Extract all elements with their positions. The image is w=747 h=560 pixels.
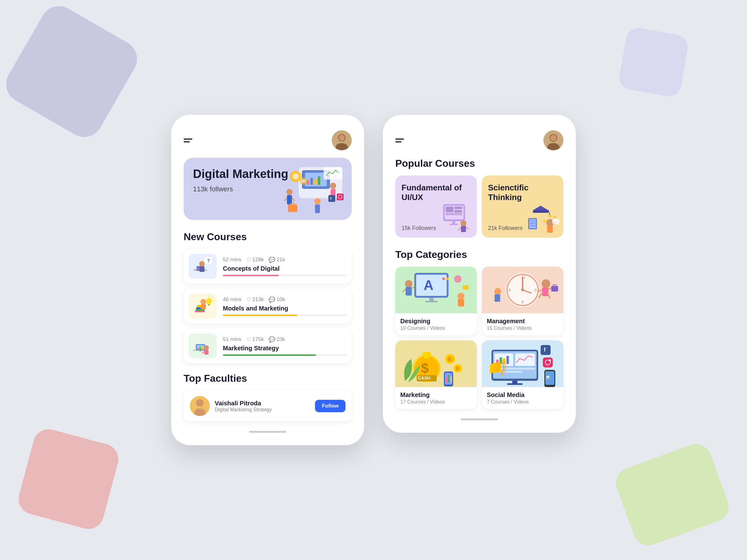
category-name-marketing: Marketing xyxy=(400,391,472,399)
svg-rect-10 xyxy=(318,177,320,185)
category-info-marketing: Marketing 17 Courses / Videos xyxy=(395,387,477,409)
duration-2: 46 mins xyxy=(223,296,241,303)
menu-icon-2[interactable] xyxy=(395,138,404,142)
category-card-marketing[interactable]: $ CASH $ xyxy=(395,340,477,409)
svg-rect-24 xyxy=(328,195,335,202)
svg-text:f: f xyxy=(544,347,546,353)
comments-1: 💬 21k xyxy=(268,257,285,263)
svg-rect-53 xyxy=(197,348,199,349)
phone-2: Popular Courses Fundamental of UI/UX xyxy=(383,115,576,433)
category-info-designing: Designing 10 Courses / Videos xyxy=(395,313,477,336)
course-name-2: Models and Marketing xyxy=(223,305,347,312)
svg-rect-100 xyxy=(429,298,434,301)
svg-point-19 xyxy=(330,183,336,189)
comments-3: 💬 23k xyxy=(268,336,285,343)
svg-rect-77 xyxy=(453,221,455,224)
duration-1: 52 mins xyxy=(223,257,241,263)
course-card-2[interactable]: 46 mins ♡ 213k 💬 10k Models and Marketin… xyxy=(184,289,352,324)
popular-card-1[interactable]: Fundamental of UI/UX xyxy=(395,176,477,238)
category-info-management: Management 15 Courses / Videos xyxy=(482,313,563,336)
svg-rect-55 xyxy=(202,347,203,349)
avatar-2[interactable] xyxy=(543,130,563,150)
faculty-info: Vaishali Pitroda Digital Marketing Strat… xyxy=(215,400,310,412)
category-card-social-media[interactable]: f 📊 xyxy=(482,340,563,409)
svg-point-14 xyxy=(302,179,305,183)
svg-text:$: $ xyxy=(421,361,429,376)
likes-2: ♡ 213k xyxy=(247,296,264,303)
svg-rect-9 xyxy=(314,179,316,185)
phone-indicator-2 xyxy=(461,419,498,420)
category-img-social-media: f 📊 xyxy=(482,340,563,387)
menu-icon[interactable] xyxy=(184,138,192,142)
svg-rect-164 xyxy=(543,357,553,367)
popular-courses-section: Popular Courses Fundamental of UI/UX xyxy=(395,158,563,238)
svg-text:?: ? xyxy=(207,258,210,264)
category-count-designing: 10 Courses / Videos xyxy=(400,325,472,331)
svg-rect-109 xyxy=(458,299,464,306)
hero-illustration: f xyxy=(280,161,349,217)
phone2-header xyxy=(395,130,563,150)
popular-card-title-1: Fundamental of UI/UX xyxy=(402,183,471,202)
svg-rect-8 xyxy=(310,178,313,185)
svg-line-75 xyxy=(458,228,461,231)
svg-text:$: $ xyxy=(448,357,451,362)
course-card-3[interactable]: 51 mins ♡ 175k 💬 23k Marketing Strategy xyxy=(184,328,352,364)
category-img-designing: A xyxy=(395,267,477,313)
avatar[interactable] xyxy=(332,130,352,150)
svg-point-120 xyxy=(542,279,550,288)
category-card-management[interactable]: 12 3 6 9 xyxy=(482,267,563,336)
category-info-social-media: Social Media 7 Courses / Videos xyxy=(482,387,563,409)
svg-point-44 xyxy=(206,298,212,304)
course-info-1: 52 mins ♡ 128k 💬 21k Concepts of Digital xyxy=(223,257,347,276)
svg-rect-99 xyxy=(446,277,448,280)
popular-card-2[interactable]: Scienctific Thinking xyxy=(482,176,563,238)
category-card-designing[interactable]: A xyxy=(395,267,477,336)
popular-card-title-2: Scienctific Thinking xyxy=(488,183,557,202)
svg-line-18 xyxy=(292,197,294,201)
svg-point-3 xyxy=(339,135,345,141)
progress-bar-3 xyxy=(223,354,347,356)
course-thumb-3 xyxy=(189,334,216,358)
svg-rect-101 xyxy=(425,301,438,302)
svg-rect-45 xyxy=(208,304,210,305)
svg-marker-80 xyxy=(533,206,548,210)
popular-grid: Fundamental of UI/UX xyxy=(395,176,563,238)
likes-1: ♡ 128k xyxy=(247,257,264,263)
svg-rect-162 xyxy=(541,345,550,355)
svg-point-22 xyxy=(314,198,320,205)
top-faculties-section: Top Faculties Vaishali Pitroda Digital M… xyxy=(184,373,352,422)
bg-decoration-4 xyxy=(618,26,690,98)
svg-point-66 xyxy=(550,135,557,141)
likes-3: ♡ 175k xyxy=(247,336,264,343)
svg-rect-59 xyxy=(200,350,201,351)
svg-text:$: $ xyxy=(456,367,459,371)
svg-rect-43 xyxy=(201,304,206,309)
faculty-title-text: Digital Marketing Strategy xyxy=(215,407,310,412)
svg-rect-79 xyxy=(533,210,548,213)
svg-point-166 xyxy=(549,359,551,361)
categories-grid: A xyxy=(395,267,563,409)
course-card-1[interactable]: ? 52 mins ♡ 128k 💬 21k Concepts of Digit… xyxy=(184,249,352,284)
svg-rect-103 xyxy=(406,287,412,296)
phones-container: Digital Marketing 113k follwers xyxy=(171,115,576,445)
svg-text:...: ... xyxy=(553,220,556,223)
category-count-marketing: 17 Courses / Videos xyxy=(400,399,472,405)
phone-1: Digital Marketing 113k follwers xyxy=(171,115,364,445)
svg-rect-156 xyxy=(507,356,509,364)
svg-point-128 xyxy=(494,288,501,295)
svg-rect-129 xyxy=(495,294,500,302)
svg-rect-84 xyxy=(529,219,536,229)
svg-line-76 xyxy=(466,228,469,229)
category-img-management: 12 3 6 9 xyxy=(482,267,563,313)
popular-card-illustration-2: ★ ★ ... xyxy=(523,201,561,235)
svg-text:A: A xyxy=(423,277,434,293)
bg-decoration-2 xyxy=(15,426,122,533)
category-name-designing: Designing xyxy=(400,318,472,325)
category-img-marketing: $ CASH $ xyxy=(395,340,477,387)
svg-rect-98 xyxy=(442,277,445,280)
svg-point-73 xyxy=(460,220,467,226)
course-thumb-1: ? xyxy=(189,254,216,279)
category-count-social-media: 7 Courses / Videos xyxy=(487,399,558,405)
follow-button[interactable]: Follow xyxy=(315,400,345,412)
svg-rect-54 xyxy=(200,347,201,349)
